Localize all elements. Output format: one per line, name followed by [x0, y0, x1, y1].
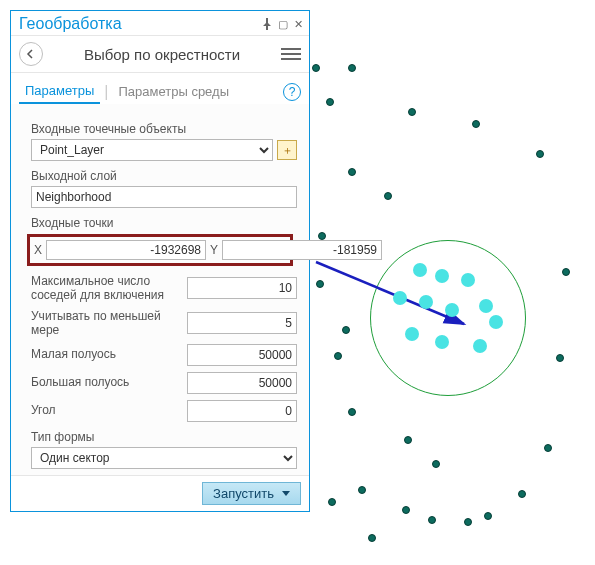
tab-environments[interactable]: Параметры среды	[112, 80, 235, 103]
label-angle: Угол	[31, 403, 183, 417]
back-button[interactable]	[19, 42, 43, 66]
y-input[interactable]	[222, 240, 382, 260]
pin-icon[interactable]	[262, 18, 272, 30]
feature-point	[384, 192, 392, 200]
feature-point	[484, 512, 492, 520]
maximize-icon[interactable]: ▢	[278, 18, 288, 31]
feature-point	[562, 268, 570, 276]
tab-parameters[interactable]: Параметры	[19, 79, 100, 104]
label-input-coords: Входные точки	[31, 216, 297, 230]
minor-axis-input[interactable]	[187, 344, 297, 366]
help-icon[interactable]: ?	[283, 83, 301, 101]
feature-point	[368, 534, 376, 542]
feature-point	[316, 280, 324, 288]
neighbor-point	[489, 315, 503, 329]
input-layer-select[interactable]: Point_Layer	[31, 139, 273, 161]
close-icon[interactable]: ✕	[294, 18, 303, 31]
neighbor-point	[393, 291, 407, 305]
feature-point	[348, 168, 356, 176]
feature-point	[404, 436, 412, 444]
app-title: Геообработка	[19, 15, 262, 33]
label-min-include: Учитывать по меньшей мере	[31, 309, 183, 338]
neighbor-point	[419, 295, 433, 309]
output-layer-input[interactable]	[31, 186, 297, 208]
xy-highlight-box: X Y	[27, 234, 293, 266]
titlebar: Геообработка ▢ ✕	[11, 11, 309, 36]
feature-point	[432, 460, 440, 468]
feature-point	[518, 490, 526, 498]
label-minor-axis: Малая полуось	[31, 347, 183, 361]
menu-icon[interactable]	[281, 48, 301, 60]
feature-point	[318, 232, 326, 240]
neighbor-point	[461, 273, 475, 287]
feature-point	[326, 98, 334, 106]
feature-point	[348, 408, 356, 416]
feature-point	[312, 64, 320, 72]
feature-point	[328, 498, 336, 506]
feature-point	[544, 444, 552, 452]
run-button[interactable]: Запустить	[202, 482, 301, 505]
feature-point	[428, 516, 436, 524]
x-label: X	[34, 243, 42, 257]
min-include-input[interactable]	[187, 312, 297, 334]
neighbor-point	[435, 335, 449, 349]
x-input[interactable]	[46, 240, 206, 260]
neighborhood-circle	[370, 240, 526, 396]
parameters-form: Входные точечные объекты Point_Layer ＋ В…	[11, 104, 309, 475]
add-layer-button[interactable]: ＋	[277, 140, 297, 160]
label-input-points: Входные точечные объекты	[31, 122, 297, 136]
feature-point	[342, 326, 350, 334]
feature-point	[402, 506, 410, 514]
geoprocessing-panel: Геообработка ▢ ✕ Выбор по окрестности Па…	[10, 10, 310, 512]
label-max-neighbors: Максимальное число соседей для включения	[31, 274, 183, 303]
feature-point	[408, 108, 416, 116]
arrow-annotation	[316, 262, 476, 342]
label-shape-type: Тип формы	[31, 430, 297, 444]
run-label: Запустить	[213, 486, 274, 501]
neighbor-point	[445, 303, 459, 317]
tool-title: Выбор по окрестности	[51, 46, 273, 63]
neighbor-point	[479, 299, 493, 313]
feature-point	[358, 486, 366, 494]
label-major-axis: Большая полуось	[31, 375, 183, 389]
max-neighbors-input[interactable]	[187, 277, 297, 299]
feature-point	[556, 354, 564, 362]
neighbor-point	[473, 339, 487, 353]
neighbor-point	[405, 327, 419, 341]
shape-type-select[interactable]: Один сектор	[31, 447, 297, 469]
feature-point	[536, 150, 544, 158]
y-label: Y	[210, 243, 218, 257]
svg-line-0	[316, 262, 464, 324]
feature-point	[348, 64, 356, 72]
feature-point	[334, 352, 342, 360]
angle-input[interactable]	[187, 400, 297, 422]
neighbor-point	[435, 269, 449, 283]
neighbor-point	[413, 263, 427, 277]
feature-point	[464, 518, 472, 526]
major-axis-input[interactable]	[187, 372, 297, 394]
feature-point	[472, 120, 480, 128]
label-output-layer: Выходной слой	[31, 169, 297, 183]
